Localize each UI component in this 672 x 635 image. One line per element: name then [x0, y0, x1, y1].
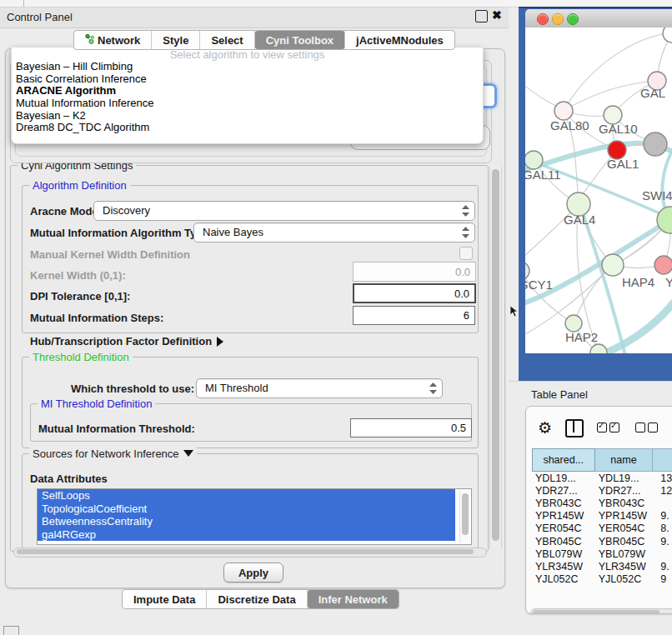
table-cell: YDR27...: [595, 484, 657, 497]
bottom-tab-discretize-data[interactable]: Discretize Data: [207, 590, 307, 608]
svg-text:Y: Y: [665, 275, 672, 289]
control-panel-title: Control Panel: [7, 11, 73, 23]
close-icon[interactable]: ✖: [492, 8, 502, 22]
dropdown-item-bayesian-hill-climbing[interactable]: Bayesian – Hill Climbing: [12, 61, 483, 73]
kernel-width-field[interactable]: 0.0: [353, 262, 476, 282]
table-row[interactable]: YER054CYER054C8.: [532, 522, 672, 535]
table-cell: YDR27...: [532, 484, 595, 497]
table-cell: [657, 497, 672, 509]
attribute-item-topologicalcoefficient[interactable]: TopologicalCoefficient: [38, 502, 455, 516]
dropdown-item-basic-correlation-inference[interactable]: Basic Correlation Inference: [12, 73, 483, 86]
dropdown-item-mutual-information-inference[interactable]: Mutual Information Inference: [12, 98, 483, 110]
expanded-down-arrow-icon: [183, 450, 193, 457]
dropdown-item-bayesian-k2[interactable]: Bayesian – K2: [12, 110, 483, 122]
mouse-cursor: [509, 306, 519, 318]
table-cell: YER054C: [532, 522, 595, 535]
dpi-tolerance-field[interactable]: 0.0: [353, 283, 476, 303]
select-all-icon[interactable]: [597, 421, 622, 436]
mi-algorithm-type-combo[interactable]: Naive Bayes: [193, 222, 475, 242]
network-view[interactable]: GALGAL80GAL10GAL1GAL11SWI4GAL4GCY1HAP4YH…: [525, 28, 672, 353]
mi-algorithm-type-label: Mutual Information Algorithm Type:: [30, 227, 213, 239]
sources-toggle[interactable]: Sources for Network Inference: [29, 448, 197, 460]
bottom-tab-infer-network[interactable]: Infer Network: [308, 590, 399, 608]
group-title: MI Threshold Definition: [38, 398, 155, 410]
deselect-all-icon[interactable]: [635, 421, 660, 436]
column-header-a[interactable]: A: [653, 449, 672, 472]
table-horizontal-scrollbar[interactable]: [530, 608, 672, 614]
mi-threshold-label: Mutual Information Threshold:: [38, 422, 195, 435]
float-window-icon[interactable]: [475, 10, 488, 22]
columns-icon[interactable]: [565, 419, 584, 438]
tab-network[interactable]: Network: [74, 31, 152, 49]
table-row[interactable]: YBR043CYBR043C: [532, 497, 672, 509]
table-cell: 12: [657, 484, 672, 497]
tab-style[interactable]: Style: [152, 31, 200, 49]
list-vertical-scrollbar[interactable]: [459, 490, 470, 543]
table-cell: 9.: [657, 510, 672, 522]
table-cell: 13: [657, 472, 672, 484]
dropdown-item-dream8-dc-tdc-algorithm[interactable]: Dream8 DC_TDC Algorithm: [12, 122, 483, 134]
bottom-tabs: Impute DataDiscretize DataInfer Network: [122, 589, 399, 609]
mi-threshold-field[interactable]: 0.5: [350, 418, 472, 438]
main-tabs: NetworkStyleSelectCyni ToolboxjActiveMNo…: [73, 30, 455, 50]
dropdown-item-aracne-algorithm[interactable]: ARACNE Algorithm: [12, 85, 483, 98]
scrollbar-thumb[interactable]: [533, 610, 659, 614]
table-row[interactable]: YBL079WYBL079W: [532, 548, 672, 560]
manual-kernel-width-checkbox[interactable]: [459, 247, 473, 260]
scrollbar-thumb[interactable]: [17, 549, 474, 554]
table-cell: YJL052C: [595, 573, 657, 586]
tab-cyni-toolbox[interactable]: Cyni Toolbox: [255, 31, 345, 49]
stepper-icon: [429, 382, 437, 394]
close-traffic-light-icon[interactable]: [537, 13, 549, 25]
table-cell: 9: [657, 573, 672, 586]
table-row[interactable]: YPR145WYPR145W9.: [532, 510, 672, 522]
network-icon: [85, 34, 94, 47]
tab-select[interactable]: Select: [200, 31, 254, 49]
group-title: Algorithm Definition: [29, 179, 130, 192]
attribute-item-betweennesscentrality[interactable]: BetweennessCentrality: [38, 515, 455, 528]
table-row[interactable]: YDL19...YDL19...13: [532, 472, 672, 484]
table-row[interactable]: YLR345WYLR345W9.: [532, 560, 672, 572]
column-header-name[interactable]: name: [594, 449, 653, 472]
column-header-shared[interactable]: shared...: [533, 449, 595, 472]
node-table[interactable]: shared...nameA YDL19...YDL19...13YDR27..…: [532, 448, 672, 586]
tab-label: Cyni Toolbox: [266, 34, 333, 47]
group-title: Threshold Definition: [29, 351, 133, 363]
table-row[interactable]: YJL052CYJL052C9: [532, 573, 672, 586]
table-row[interactable]: YBR045CYBR045C9.: [532, 535, 672, 548]
table-cell: YBR043C: [532, 497, 595, 509]
tab-jactivemnodules[interactable]: jActiveMNodules: [345, 31, 454, 49]
aracne-mode-label: Aracne Mode:: [30, 205, 102, 218]
sources-title: Sources for Network Inference: [33, 448, 179, 460]
table-row[interactable]: YDR27...YDR27...12: [532, 484, 672, 497]
table-cell: YER054C: [595, 522, 657, 535]
panel-corner-button[interactable]: [3, 626, 19, 635]
data-attributes-list[interactable]: SelfLoopsTopologicalCoefficientBetweenne…: [37, 488, 472, 545]
scrollbar-thumb[interactable]: [462, 493, 469, 535]
attribute-item-selfloops[interactable]: SelfLoops: [38, 489, 455, 502]
hub-definition-toggle[interactable]: Hub/Transcription Factor Definition: [30, 335, 223, 348]
kernel-width-label: Kernel Width (0,1):: [30, 269, 126, 282]
table-panel-box: ⚙ shared...nameA YDL19...YDL19...13YDR27…: [525, 406, 672, 614]
table-cell: YLR345W: [532, 560, 595, 572]
network-window-titlebar[interactable]: [525, 9, 672, 28]
table-panel-title: Table Panel: [531, 388, 588, 401]
mi-steps-field[interactable]: 6: [353, 306, 475, 325]
svg-text:SWI4: SWI4: [642, 188, 672, 202]
bottom-tab-impute-data[interactable]: Impute Data: [123, 590, 207, 608]
svg-text:GAL: GAL: [640, 86, 665, 100]
hub-definition-label: Hub/Transcription Factor Definition: [30, 335, 212, 348]
table-cell: YPR145W: [532, 510, 595, 522]
minimize-traffic-light-icon[interactable]: [552, 13, 564, 25]
tab-label: Network: [98, 34, 140, 47]
zoom-traffic-light-icon[interactable]: [567, 13, 579, 25]
aracne-mode-combo[interactable]: Discovery: [93, 201, 475, 221]
gear-icon[interactable]: ⚙: [538, 420, 552, 437]
scrollbar-thumb[interactable]: [492, 169, 499, 541]
apply-button[interactable]: Apply: [223, 562, 283, 582]
which-threshold-combo[interactable]: MI Threshold: [196, 378, 443, 398]
stepper-icon: [462, 227, 469, 238]
settings-vertical-scrollbar[interactable]: [489, 167, 502, 548]
attribute-item-gal4rgexp[interactable]: gal4RGexp: [38, 528, 455, 542]
settings-horizontal-scrollbar[interactable]: [13, 548, 487, 558]
